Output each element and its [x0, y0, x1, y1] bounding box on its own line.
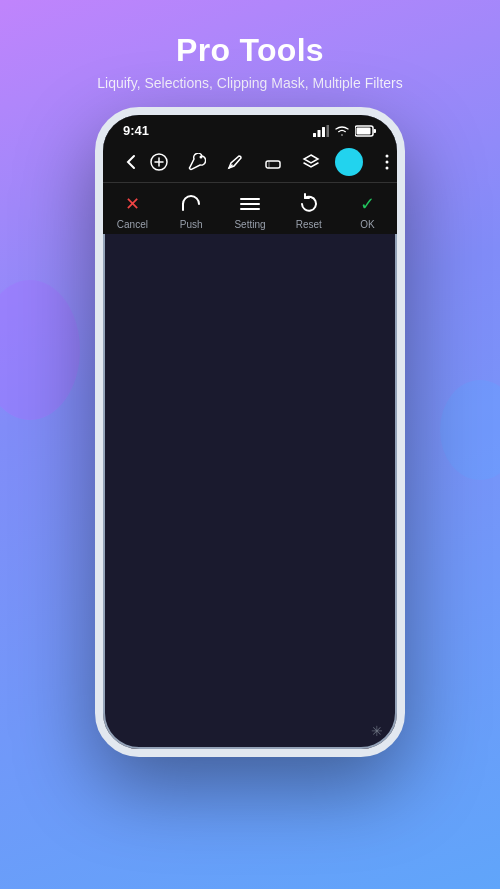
bottom-toolbar: ✕ Cancel Push Setting [103, 182, 397, 234]
add-button[interactable] [145, 148, 173, 176]
push-tool-label: Push [180, 219, 203, 230]
svg-rect-6 [357, 127, 371, 134]
wifi-icon [334, 125, 350, 137]
ok-tool[interactable]: ✓ OK [343, 191, 393, 230]
more-options-button[interactable] [373, 148, 401, 176]
layers-button[interactable] [297, 148, 325, 176]
toolbar-right [145, 148, 401, 176]
status-bar: 9:41 [103, 115, 397, 142]
status-icons [313, 125, 377, 137]
back-button[interactable] [117, 148, 145, 176]
wrench-button[interactable] [183, 148, 211, 176]
page-subtitle: Liquify, Selections, Clipping Mask, Mult… [97, 75, 403, 91]
page-title: Pro Tools [97, 32, 403, 69]
setting-tool-label: Setting [234, 219, 265, 230]
volume-up-button [95, 255, 96, 295]
volume-down-button [95, 305, 96, 345]
reset-tool[interactable]: Reset [284, 191, 334, 230]
corner-asterisk-icon[interactable]: ✳ [371, 723, 383, 739]
power-button [404, 275, 405, 335]
header-section: Pro Tools Liquify, Selections, Clipping … [77, 0, 423, 107]
ok-label: OK [360, 219, 374, 230]
top-toolbar [103, 142, 397, 182]
svg-rect-5 [374, 129, 377, 133]
setting-icon [237, 191, 263, 217]
svg-point-15 [386, 167, 389, 170]
color-picker-button[interactable] [335, 148, 363, 176]
ok-icon: ✓ [355, 191, 381, 217]
status-time: 9:41 [123, 123, 149, 138]
pen-button[interactable] [221, 148, 249, 176]
reset-tool-label: Reset [296, 219, 322, 230]
cancel-tool[interactable]: ✕ Cancel [107, 191, 157, 230]
svg-rect-3 [327, 125, 330, 137]
signal-icon [313, 125, 329, 137]
svg-rect-0 [313, 133, 316, 137]
phone-frame: 9:41 [95, 107, 405, 757]
reset-icon [296, 191, 322, 217]
blob-decoration-left [0, 280, 80, 420]
svg-point-13 [386, 155, 389, 158]
svg-rect-2 [322, 127, 325, 137]
setting-tool[interactable]: Setting [225, 191, 275, 230]
svg-point-14 [386, 161, 389, 164]
blob-decoration-right [440, 380, 500, 480]
svg-rect-12 [266, 161, 280, 168]
toolbar-left [117, 148, 145, 176]
cancel-label: Cancel [117, 219, 148, 230]
battery-icon [355, 125, 377, 137]
push-tool-icon [178, 191, 204, 217]
push-tool[interactable]: Push [166, 191, 216, 230]
cancel-icon: ✕ [119, 191, 145, 217]
eraser-button[interactable] [259, 148, 287, 176]
svg-point-10 [200, 156, 203, 159]
svg-rect-1 [318, 130, 321, 137]
